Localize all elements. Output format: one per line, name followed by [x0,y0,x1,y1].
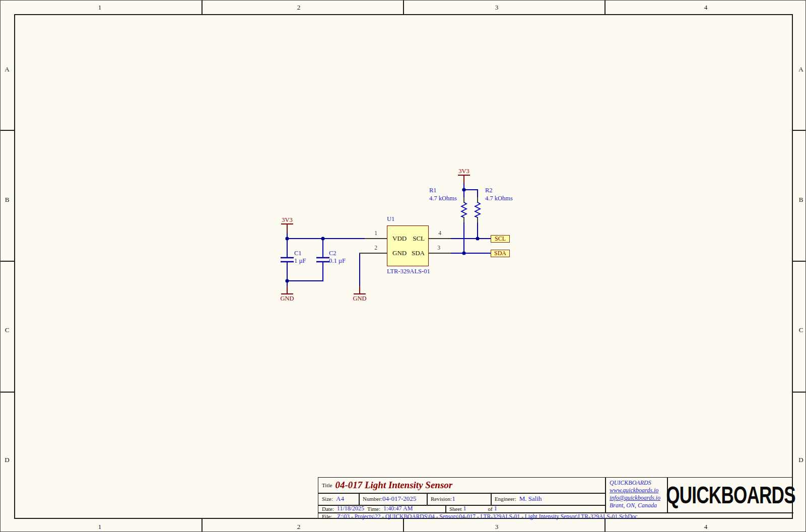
sheet-number[interactable]: 1 [463,505,466,512]
company-email[interactable]: info@quickboards.io [610,494,671,502]
net-label-3v3-left[interactable]: 3V3 [275,216,300,224]
title-block: Title 04-017 Light Intensity Sensor Size… [318,477,793,519]
schematic-sheet: { "sheet": { "column_labels": ["1", "2",… [0,0,806,532]
sheets-total[interactable]: 1 [494,505,497,512]
company-name: QUICKBOARDS [610,479,671,487]
sheet-label: Sheet [449,506,461,512]
net-label-3v3-right[interactable]: 3V3 [451,168,477,175]
size-value[interactable]: A4 [336,495,344,503]
file-path[interactable]: Z:\03 - Projects\22 - QUICKBOARDS\04 - S… [337,513,637,519]
resistor-r1-symbol[interactable] [461,202,466,217]
capacitor-c2-symbol[interactable] [316,258,329,262]
u1-pin-number-3: 3 [431,245,446,251]
capacitor-c1-symbol[interactable] [281,258,294,262]
company-website[interactable]: www.quickboards.io [610,487,671,494]
time-value[interactable]: 1:40:47 AM [383,505,413,512]
size-label: Size: [322,496,333,502]
company-location: Brant, ON, Canada [610,502,671,509]
u1-pin-name-sda: SDA [412,249,425,257]
date-label: Date: [322,506,334,512]
power-symbol-3v3-left[interactable] [281,224,293,233]
file-label: File: [322,513,332,519]
c1-value[interactable]: 1 µF [294,257,306,265]
port-scl[interactable]: SCL [491,235,510,243]
power-symbol-3v3-right[interactable] [458,175,470,183]
number-label: Number: [363,496,382,502]
revision-value[interactable]: 1 [452,495,455,503]
u1-component-body[interactable]: VDD SCL GND SDA [387,225,429,266]
number-value[interactable]: 04-017-2025 [382,495,416,503]
engineer-value[interactable]: M. Salih [519,495,542,503]
u1-part-number[interactable]: LTR-329ALS-01 [387,268,430,275]
date-value[interactable]: 11/18/2025 [337,505,364,512]
time-label: Time: [367,506,380,512]
c2-designator[interactable]: C2 [329,250,337,257]
net-label-gnd-mid[interactable]: GND [347,295,372,302]
u1-designator[interactable]: U1 [387,215,394,223]
revision-label: Revision: [431,496,452,502]
resistor-r2-symbol[interactable] [475,202,480,217]
title-label: Title [322,482,332,488]
schematic-wiring-layer [1,1,806,532]
sheet-title[interactable]: 04-017 Light Intensity Sensor [335,480,452,491]
quickboards-logo: QUICKBOARDS [666,481,795,509]
port-sda-label: SDA [494,250,506,257]
port-sda[interactable]: SDA [491,250,510,257]
r1-designator[interactable]: R1 [429,187,437,194]
r2-designator[interactable]: R2 [485,187,493,194]
power-symbol-gnd-left[interactable] [281,286,293,294]
u1-pin-name-vdd: VDD [392,235,407,243]
u1-pin-number-4: 4 [432,230,447,236]
c2-value[interactable]: 0.1 µF [329,257,346,265]
company-logo-box: QUICKBOARDS [667,478,793,512]
u1-pin-number-2: 2 [368,245,383,251]
port-scl-label: SCL [495,235,506,243]
c1-designator[interactable]: C1 [294,250,302,257]
u1-pin-name-scl: SCL [413,235,425,243]
u1-pin-name-gnd: GND [392,249,407,257]
r2-value[interactable]: 4.7 kOhms [485,195,513,202]
net-label-gnd-left[interactable]: GND [275,295,300,302]
engineer-label: Engineer: [495,496,516,502]
r1-value[interactable]: 4.7 kOhms [429,195,457,202]
company-info-box: QUICKBOARDS www.quickboards.io info@quic… [606,478,671,514]
u1-pin-number-1: 1 [368,230,383,236]
power-symbol-gnd-mid[interactable] [354,286,366,294]
of-label: of [488,506,492,512]
